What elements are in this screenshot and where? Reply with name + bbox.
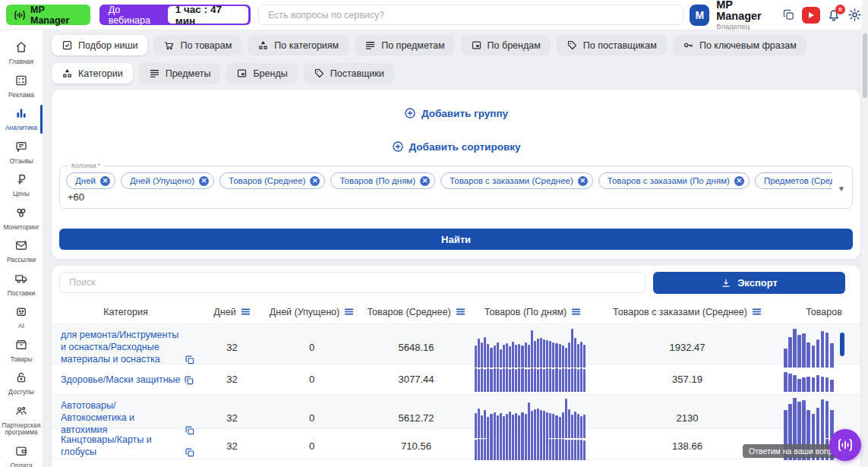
app-logo[interactable]: MP Manager (6, 5, 90, 25)
goods-orders-avg-value: 1932.47 (592, 342, 782, 353)
webinar-label: До вебинара (109, 5, 162, 26)
find-button[interactable]: Найти (59, 229, 853, 250)
chip-goods-orders-daily[interactable]: Товаров с заказами (По дням)✕ (598, 172, 750, 189)
sidebar-item-supplies[interactable]: Поставки (0, 269, 43, 301)
logo-text: MP Manager (30, 5, 83, 26)
mail-icon (14, 238, 28, 255)
close-icon[interactable]: ✕ (100, 176, 110, 186)
chip-goods-orders-avg[interactable]: Товаров с заказами (Среднее)✕ (440, 172, 593, 189)
copy-icon[interactable] (184, 375, 194, 386)
results-card: Экспорт Категория Дней Дней (Упущено) То… (52, 266, 860, 467)
tab-items[interactable]: Предметы (139, 63, 221, 84)
category-tree-icon (257, 39, 269, 51)
screen: MP Manager До вебинара 1 час : 47 мин M … (0, 0, 868, 467)
close-icon[interactable]: ✕ (734, 176, 744, 186)
sidebar-item-access[interactable]: Доступы (0, 368, 43, 399)
sidebar-item-partner[interactable]: Партнерская программа (0, 401, 43, 440)
main-area: Подбор ниши По товарам По категориям По … (43, 30, 862, 467)
ads-icon (14, 74, 28, 90)
tab-by-goods[interactable]: По товарам (153, 35, 241, 55)
copy-icon[interactable] (185, 355, 195, 365)
table-row: Здоровье/Маски защитные 32 0 3077.44 357… (52, 364, 860, 395)
sidebar-item-prices[interactable]: Цены (0, 169, 43, 201)
avatar[interactable]: M (690, 5, 709, 26)
column-header-category[interactable]: Категория (52, 307, 200, 317)
bell-icon[interactable]: 0 (827, 8, 841, 22)
analytics-icon (14, 106, 28, 123)
chip-goods-daily[interactable]: Товаров (По дням)✕ (330, 172, 435, 189)
export-button[interactable]: Экспорт (653, 272, 845, 294)
goods-daily-chart (473, 364, 592, 394)
filter-icon (456, 308, 466, 316)
chip-days-missed[interactable]: Дней (Упущено)✕ (121, 172, 214, 189)
days-value: 32 (200, 374, 264, 385)
tab-by-brands[interactable]: По брендам (461, 35, 551, 55)
tab-by-categories[interactable]: По категориям (248, 35, 349, 55)
tab-niche-selection[interactable]: Подбор ниши (52, 35, 147, 55)
copy-icon[interactable] (185, 447, 195, 458)
page-scrollbar-thumb[interactable] (863, 33, 867, 98)
column-header-goods[interactable]: Товаров (782, 307, 860, 317)
chip-goods-avg[interactable]: Товаров (Среднее)✕ (219, 172, 325, 189)
sidebar-item-ads[interactable]: Реклама (0, 71, 43, 103)
close-icon[interactable]: ✕ (578, 176, 588, 186)
column-header-goods-daily[interactable]: Товаров (По дням) (473, 307, 592, 317)
column-header-days-missed[interactable]: Дней (Упущено) (264, 307, 359, 317)
tag-icon (314, 68, 325, 79)
sidebar-item-mailings[interactable]: Рассылки (0, 235, 43, 267)
secondary-tabs: Категории Предметы Бренды Поставщики (43, 55, 862, 84)
tab-brands[interactable]: Бренды (226, 63, 297, 84)
image-icon (236, 68, 248, 79)
tab-by-suppliers[interactable]: По поставщикам (557, 35, 667, 55)
sidebar-item-analytics[interactable]: Аналитика (0, 103, 43, 135)
plus-circle-icon (404, 107, 416, 119)
tab-suppliers[interactable]: Поставщики (304, 63, 394, 84)
tab-by-keywords[interactable]: По ключевым фразам (673, 35, 806, 55)
add-group-button[interactable]: Добавить группу (52, 107, 860, 119)
account-area: M MP Manager Владелец 0 (690, 0, 862, 30)
copy-icon[interactable] (782, 8, 795, 21)
goods-avg-value: 710.56 (359, 440, 473, 452)
filter-icon (241, 308, 251, 316)
goods-chart (782, 364, 860, 394)
box-icon (14, 338, 28, 355)
page-scrollbar[interactable] (862, 0, 868, 467)
question-input[interactable] (258, 5, 684, 25)
days-missed-value: 0 (264, 440, 359, 452)
sidebar-item-goods[interactable]: Товары (0, 335, 43, 367)
table-scrollbar-thumb[interactable] (840, 333, 844, 356)
category-link[interactable]: Здоровье/Маски защитные (52, 369, 200, 390)
column-header-days[interactable]: Дней (200, 307, 264, 317)
category-link[interactable]: для ремонта/Инструменты и оснастка/Расхо… (52, 324, 200, 370)
chevron-down-icon[interactable]: ▼ (838, 185, 845, 193)
category-link[interactable]: Канцтовары/Карты и глобусы (52, 429, 200, 462)
columns-field[interactable]: Колонки * Дней✕ Дней (Упущено)✕ Товаров … (59, 166, 853, 209)
chip-days[interactable]: Дней✕ (66, 172, 115, 189)
close-icon[interactable]: ✕ (199, 176, 209, 186)
goods-avg-value: 5612.72 (359, 412, 473, 424)
close-icon[interactable]: ✕ (310, 176, 320, 186)
search-input[interactable] (59, 272, 645, 293)
sidebar-item-payment[interactable]: Оплата (0, 441, 43, 467)
sidebar-item-ai[interactable]: AI (0, 301, 43, 333)
filters-card: Добавить группу Добавить сортировку Коло… (52, 90, 860, 259)
chip-items-avg[interactable]: Предметов (Среднее)✕ (755, 172, 832, 189)
tab-categories[interactable]: Категории (52, 63, 133, 84)
tag-icon (567, 39, 578, 51)
tab-by-items[interactable]: По предметам (355, 35, 454, 55)
add-sort-button[interactable]: Добавить сортировку (52, 140, 860, 153)
table-row: Канцтовары/Карты и глобусы 32 0 710.56 1… (52, 429, 860, 459)
column-header-goods-avg[interactable]: Товаров (Среднее) (359, 307, 473, 317)
gear-icon[interactable] (847, 8, 862, 22)
column-header-goods-orders-avg[interactable]: Товаров с заказами (Среднее) (592, 307, 782, 317)
youtube-icon[interactable] (802, 7, 820, 24)
sidebar-item-monitoring[interactable]: Мониторинг (0, 203, 43, 235)
sidebar-item-home[interactable]: Главная (0, 37, 43, 69)
chat-button[interactable] (829, 429, 861, 461)
goods-chart (782, 324, 860, 370)
close-icon[interactable]: ✕ (420, 176, 430, 186)
sidebar-item-reviews[interactable]: Отзывы (0, 137, 43, 169)
webinar-countdown[interactable]: До вебинара 1 час : 47 мин (99, 5, 251, 25)
table-header: Категория Дней Дней (Упущено) Товаров (С… (52, 300, 860, 324)
account-info[interactable]: MP Manager Владелец (716, 0, 775, 30)
